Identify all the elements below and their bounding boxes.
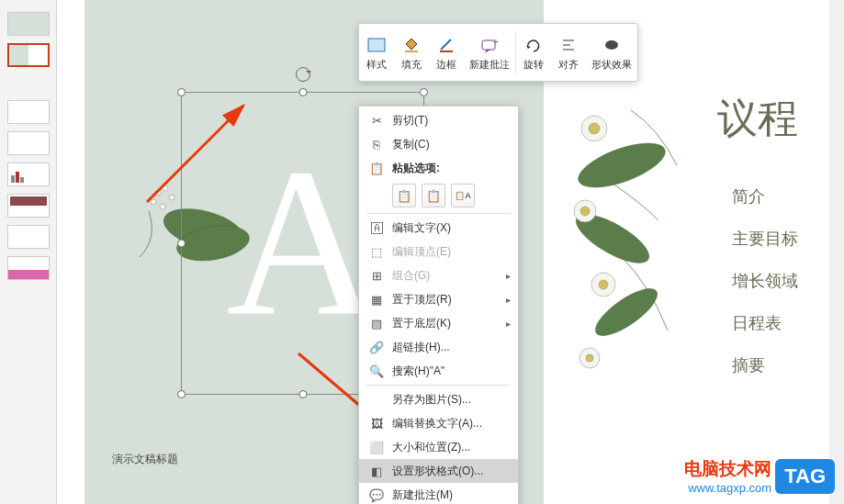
menu-edit-points[interactable]: ⬚ 编辑顶点(E) <box>359 240 518 263</box>
comment-icon: + <box>480 36 499 58</box>
slide-thumbnail[interactable] <box>7 256 50 280</box>
svg-point-7 <box>573 134 670 196</box>
submenu-arrow-icon: ▸ <box>506 319 511 329</box>
menu-send-back[interactable]: ▨ 置于底层(K) ▸ <box>359 311 518 335</box>
slide-thumbnail[interactable] <box>7 12 50 36</box>
cut-icon: ✂ <box>366 114 387 128</box>
menu-cut[interactable]: ✂ 剪切(T) <box>359 108 518 132</box>
mini-toolbar: 样式 填充 边框 + 新建批注 旋转 对齐 形状效果 <box>358 23 638 82</box>
edit-points-icon: ⬚ <box>366 245 387 259</box>
menu-format-shape[interactable]: ◧ 设置形状格式(O)... <box>359 459 518 483</box>
slide-thumbnail[interactable] <box>7 100 50 124</box>
rotate-icon <box>524 34 543 56</box>
svg-rect-20 <box>368 39 385 51</box>
rotate-handle[interactable] <box>296 67 310 82</box>
send-back-icon: ▨ <box>366 317 387 330</box>
new-comment-button[interactable]: + 新建批注 <box>464 24 515 81</box>
watermark-badge: TAG <box>775 459 835 494</box>
resize-handle[interactable] <box>177 88 186 96</box>
align-button[interactable]: 对齐 <box>551 24 586 81</box>
vertical-scrollbar[interactable] <box>829 0 844 504</box>
annotation-arrow <box>142 96 253 207</box>
menu-size-position[interactable]: ⬜ 大小和位置(Z)... <box>359 435 518 459</box>
agenda-item: 主要目标 <box>732 228 798 250</box>
format-shape-icon: ◧ <box>366 465 387 478</box>
menu-copy[interactable]: ⎘ 复制(C) <box>359 132 518 156</box>
thumbnail-panel[interactable] <box>0 0 57 504</box>
slide-thumbnail[interactable] <box>7 43 50 67</box>
comment-icon: 💬 <box>366 488 387 502</box>
paste-icon: 📋 <box>366 162 387 175</box>
svg-point-13 <box>580 207 590 216</box>
watermark-url: www.tagxp.com <box>684 481 771 495</box>
svg-point-11 <box>589 123 600 134</box>
fill-icon <box>403 34 420 56</box>
agenda-item: 增长领域 <box>732 270 798 292</box>
menu-new-comment[interactable]: 💬 新建批注(M) <box>359 483 518 504</box>
style-button[interactable]: 样式 <box>359 24 394 81</box>
svg-line-18 <box>147 106 243 202</box>
align-icon <box>559 34 578 56</box>
size-icon: ⬜ <box>366 441 387 454</box>
svg-point-17 <box>586 354 593 362</box>
alt-text-icon: 🖼 <box>366 417 387 431</box>
agenda-item: 简介 <box>732 185 798 207</box>
effects-button[interactable]: 形状效果 <box>586 24 637 81</box>
paste-option-text[interactable]: 📋A <box>451 184 475 207</box>
agenda-item: 日程表 <box>732 312 798 334</box>
outline-button[interactable]: 边框 <box>429 24 464 81</box>
resize-handle[interactable] <box>298 88 307 96</box>
watermark: 电脑技术网 www.tagxp.com TAG <box>684 457 835 495</box>
search-icon: 🔍 <box>366 364 387 378</box>
svg-rect-21 <box>405 50 418 52</box>
group-icon: ⊞ <box>366 269 387 283</box>
submenu-arrow-icon: ▸ <box>506 295 511 305</box>
agenda-title: 议程 <box>717 92 798 146</box>
menu-edit-text[interactable]: 🄰 编辑文字(X) <box>359 216 518 240</box>
watermark-title: 电脑技术网 <box>684 457 771 481</box>
svg-rect-22 <box>440 50 453 52</box>
bring-front-icon: ▦ <box>366 293 387 307</box>
fill-button[interactable]: 填充 <box>394 24 429 81</box>
svg-point-15 <box>599 280 608 289</box>
context-menu: ✂ 剪切(T) ⎘ 复制(C) 📋 粘贴选项: 📋 📋 📋A 🄰 编辑文字(X)… <box>358 106 519 504</box>
resize-handle[interactable] <box>420 88 428 96</box>
slide-thumbnail[interactable] <box>7 131 50 155</box>
svg-text:+: + <box>493 39 499 47</box>
slide-title-placeholder[interactable]: 演示文稿标题 <box>112 452 178 467</box>
resize-handle[interactable] <box>177 390 186 398</box>
menu-save-as-picture[interactable]: 另存为图片(S)... <box>359 387 518 411</box>
paste-options: 📋 📋 📋A <box>359 180 518 211</box>
edit-text-icon: 🄰 <box>366 221 387 235</box>
agenda-item: 摘要 <box>732 354 798 376</box>
rotate-button[interactable]: 旋转 <box>516 24 551 81</box>
menu-search[interactable]: 🔍 搜索(H)"A" <box>359 359 518 383</box>
agenda-list: 简介 主要目标 增长领域 日程表 摘要 <box>732 165 798 397</box>
slide-thumbnail[interactable] <box>7 225 50 249</box>
menu-alt-text[interactable]: 🖼 编辑替换文字(A)... <box>359 411 518 435</box>
botanical-decoration <box>567 73 695 395</box>
paste-option-theme[interactable]: 📋 <box>392 184 416 207</box>
copy-icon: ⎘ <box>366 138 387 151</box>
paste-option-keep[interactable]: 📋 <box>422 184 445 207</box>
submenu-arrow-icon: ▸ <box>506 271 511 281</box>
menu-group[interactable]: ⊞ 组合(G) ▸ <box>359 263 518 287</box>
menu-hyperlink[interactable]: 🔗 超链接(H)... <box>359 335 518 359</box>
hyperlink-icon: 🔗 <box>366 341 387 354</box>
slide-thumbnail[interactable] <box>7 194 50 218</box>
menu-bring-front[interactable]: ▦ 置于顶层(R) ▸ <box>359 287 518 311</box>
menu-paste-options-label: 📋 粘贴选项: <box>359 156 518 180</box>
svg-point-28 <box>605 40 618 50</box>
outline-icon <box>438 34 455 56</box>
slide-thumbnail[interactable] <box>7 162 50 186</box>
resize-handle[interactable] <box>177 240 186 248</box>
style-icon <box>367 34 386 56</box>
effects-icon <box>602 34 621 56</box>
